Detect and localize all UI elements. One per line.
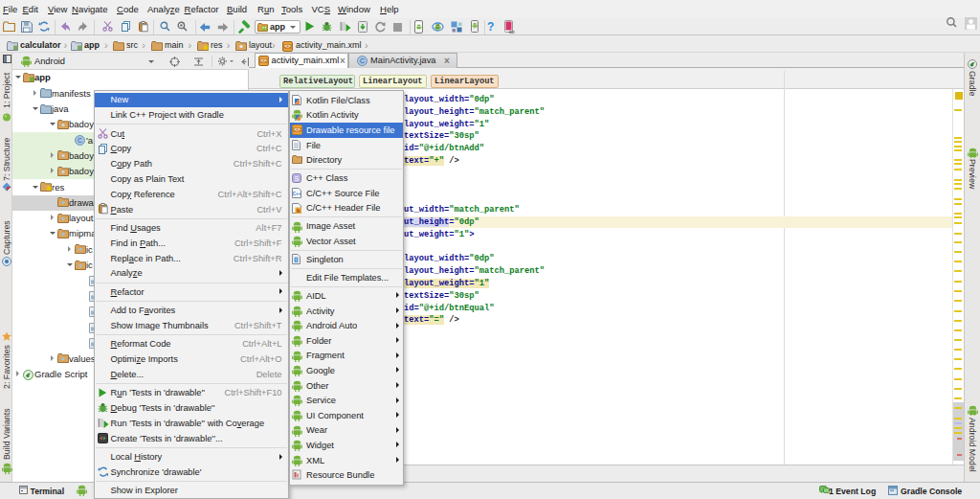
svg-text:<>: <> [260, 57, 267, 64]
svg-text:<>: <> [294, 127, 301, 134]
svg-text:<>: <> [284, 43, 291, 50]
svg-text:oo: oo [509, 29, 515, 34]
svg-text:i: i [296, 258, 297, 262]
svg-text:C: C [78, 137, 82, 144]
svg-text:C++: C++ [292, 192, 301, 196]
svg-text:S: S [294, 174, 299, 181]
svg-text:C: C [360, 57, 365, 64]
